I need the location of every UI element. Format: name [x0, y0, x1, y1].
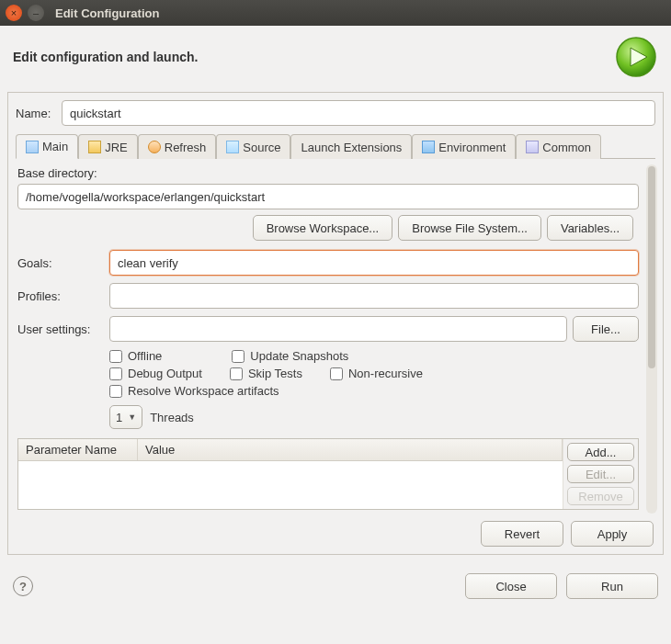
file-button[interactable]: File... [573, 316, 639, 342]
help-icon: ? [19, 580, 27, 593]
window-close-button[interactable]: × [6, 5, 22, 21]
name-label: Name: [16, 107, 62, 120]
user-settings-input[interactable] [109, 316, 567, 342]
non-recursive-checkbox-input[interactable] [330, 367, 343, 380]
tab-launchext-label: Launch Extensions [301, 141, 402, 154]
jre-icon [88, 141, 101, 153]
base-dir-input[interactable] [17, 184, 639, 209]
chevron-down-icon: ▼ [128, 412, 136, 422]
skip-tests-checkbox[interactable]: Skip Tests [230, 367, 302, 380]
goals-input[interactable] [109, 250, 639, 276]
browse-filesystem-button[interactable]: Browse File System... [398, 215, 541, 241]
tab-main-body: Base directory: Browse Workspace... Brow… [16, 159, 655, 510]
tab-bar: Main JRE Refresh Source Launch Extension… [16, 133, 655, 159]
remove-button[interactable]: Remove [567, 487, 634, 505]
skip-tests-checkbox-input[interactable] [230, 367, 243, 380]
common-icon [526, 141, 539, 153]
window-minimize-button[interactable]: – [28, 5, 44, 21]
update-snapshots-checkbox-label: Update Snapshots [250, 349, 348, 363]
name-input[interactable] [62, 100, 655, 126]
add-button[interactable]: Add... [567, 443, 634, 461]
col-parameter-name[interactable]: Parameter Name [18, 439, 138, 460]
threads-spinner[interactable]: 1▼ [109, 405, 142, 429]
threads-label: Threads [150, 411, 194, 424]
threads-value: 1 [116, 411, 122, 424]
page-title: Edit configuration and launch. [13, 50, 198, 64]
tab-env-label: Environment [438, 141, 506, 154]
refresh-icon [148, 141, 161, 153]
tab-source-label: Source [243, 141, 280, 154]
tab-jre[interactable]: JRE [78, 134, 138, 159]
table-header: Parameter Name Value [18, 439, 563, 461]
help-button[interactable]: ? [13, 576, 33, 596]
scrollbar-thumb[interactable] [648, 166, 655, 368]
source-icon [226, 141, 239, 153]
table-body[interactable] [18, 461, 563, 505]
panel-footer: Revert Apply [16, 521, 655, 547]
parameters-table: Parameter Name Value Add... Edit... Remo… [17, 438, 639, 510]
run-icon [614, 35, 658, 79]
browse-workspace-button[interactable]: Browse Workspace... [253, 215, 393, 241]
tab-source[interactable]: Source [216, 134, 290, 159]
edit-button[interactable]: Edit... [567, 465, 634, 483]
revert-button[interactable]: Revert [481, 521, 563, 547]
window-title: Edit Configuration [55, 6, 159, 20]
debug-output-checkbox-input[interactable] [109, 367, 122, 380]
config-panel: Name: Main JRE Refresh Source Launch Ext… [7, 92, 664, 555]
profiles-input[interactable] [109, 283, 639, 309]
tab-environment[interactable]: Environment [412, 134, 516, 159]
tab-main[interactable]: Main [16, 134, 78, 159]
tab-launch-extensions[interactable]: Launch Extensions [290, 134, 412, 159]
base-dir-buttons: Browse Workspace... Browse File System..… [17, 215, 633, 241]
variables-button[interactable]: Variables... [547, 215, 633, 241]
debug-output-checkbox-label: Debug Output [128, 367, 202, 380]
goals-label: Goals: [17, 256, 109, 270]
user-settings-label: User settings: [17, 322, 109, 336]
tab-jre-label: JRE [105, 141, 128, 154]
tab-common[interactable]: Common [516, 134, 601, 159]
close-button[interactable]: Close [465, 573, 557, 599]
col-value[interactable]: Value [138, 439, 563, 460]
debug-output-checkbox[interactable]: Debug Output [109, 367, 202, 380]
titlebar: × – Edit Configuration [0, 0, 671, 26]
resolve-workspace-checkbox-label: Resolve Workspace artifacts [128, 384, 279, 398]
environment-icon [422, 141, 435, 153]
dialog-footer: ? Close Run [0, 562, 671, 612]
dialog-header: Edit configuration and launch. [0, 26, 671, 92]
tab-refresh-label: Refresh [165, 141, 207, 154]
update-snapshots-checkbox-input[interactable] [232, 350, 245, 363]
profiles-label: Profiles: [17, 289, 109, 303]
non-recursive-checkbox[interactable]: Non-recursive [330, 367, 423, 380]
tab-scrollbar[interactable] [646, 164, 657, 514]
offline-checkbox[interactable]: Offline [109, 349, 162, 363]
resolve-workspace-checkbox-input[interactable] [109, 385, 122, 398]
name-row: Name: [16, 100, 655, 126]
tab-refresh[interactable]: Refresh [138, 134, 217, 159]
non-recursive-checkbox-label: Non-recursive [348, 367, 423, 380]
table-side-buttons: Add... Edit... Remove [563, 439, 638, 509]
update-snapshots-checkbox[interactable]: Update Snapshots [232, 349, 348, 363]
offline-checkbox-input[interactable] [109, 350, 122, 363]
apply-button[interactable]: Apply [571, 521, 654, 547]
tab-main-label: Main [42, 140, 68, 153]
resolve-workspace-checkbox[interactable]: Resolve Workspace artifacts [109, 384, 279, 398]
page-icon [26, 141, 39, 153]
skip-tests-checkbox-label: Skip Tests [248, 367, 302, 380]
offline-checkbox-label: Offline [128, 349, 162, 363]
base-dir-label: Base directory: [17, 166, 639, 180]
run-button[interactable]: Run [566, 573, 658, 599]
tab-common-label: Common [542, 141, 591, 154]
